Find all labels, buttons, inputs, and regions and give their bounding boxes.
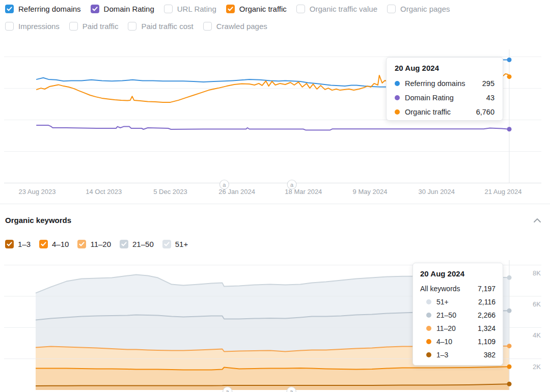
- checkbox-checked-icon[interactable]: [5, 5, 14, 13]
- tooltip-series-label: 21–50: [436, 311, 478, 319]
- tooltip-series-label: 11–20: [436, 324, 478, 332]
- toggle-organic-pages[interactable]: Organic pages: [387, 5, 450, 13]
- tooltip-series-value: 43: [486, 94, 494, 102]
- annotation-a-letter: a: [290, 388, 293, 392]
- y-tick-label: 8K: [533, 269, 541, 277]
- annotation-a-letter: a: [290, 182, 294, 188]
- metric-toggle-row-1: Referring domainsDomain RatingURL Rating…: [5, 5, 450, 13]
- toggle-label: Organic pages: [400, 5, 450, 13]
- tooltip-rows: Referring domains295Domain Rating43Organ…: [395, 76, 494, 119]
- toggle-label: 21–50: [132, 240, 154, 248]
- tooltip-series-label: 4–10: [436, 338, 478, 346]
- checkbox-checked-icon[interactable]: [120, 240, 128, 248]
- series-color-dot: [395, 95, 400, 100]
- checkbox-checked-icon[interactable]: [39, 240, 48, 248]
- keyword-position-filter-row: 1–34–1011–2021–5051+: [5, 240, 188, 248]
- toggle-paid-traffic[interactable]: Paid traffic: [69, 22, 119, 31]
- tooltip-date: 20 Aug 2024: [420, 269, 496, 278]
- series-color-dot: [395, 109, 400, 115]
- x-tick-label: 14 Oct 2023: [86, 188, 122, 195]
- series-endpoint-dot[interactable]: [507, 275, 512, 280]
- toggle-11-20[interactable]: 11–20: [77, 240, 111, 248]
- checkbox-unchecked-icon[interactable]: [164, 5, 173, 13]
- chevron-up-icon: [533, 216, 541, 225]
- checkbox-unchecked-icon[interactable]: [128, 22, 136, 31]
- toggle-organic-traffic-value[interactable]: Organic traffic value: [296, 5, 377, 13]
- x-tick-label: 21 Aug 2024: [484, 188, 521, 195]
- series-endpoint-dot[interactable]: [507, 58, 512, 62]
- y-tick-label: 4K: [533, 331, 541, 339]
- toggle-label: URL Rating: [177, 5, 216, 13]
- tooltip-series-value: 295: [482, 79, 494, 88]
- toggle-paid-traffic-cost[interactable]: Paid traffic cost: [128, 22, 193, 31]
- tooltip-row: 51+2,116: [420, 295, 496, 309]
- tooltip-rows: All keywords7,19751+2,11621–502,26611–20…: [420, 282, 496, 361]
- series-endpoint-dot[interactable]: [507, 309, 512, 313]
- toggle-1-3[interactable]: 1–3: [5, 240, 31, 248]
- checkbox-unchecked-icon[interactable]: [387, 5, 396, 13]
- checkbox-checked-icon[interactable]: [162, 240, 171, 248]
- y-tick-label: 2K: [533, 363, 541, 371]
- series-color-dot: [395, 81, 400, 86]
- checkbox-checked-icon[interactable]: [77, 240, 86, 248]
- checkbox-checked-icon[interactable]: [5, 240, 14, 248]
- collapse-section-button[interactable]: [532, 216, 543, 225]
- series-endpoint-dot[interactable]: [507, 344, 512, 348]
- toggle-url-rating[interactable]: URL Rating: [164, 5, 216, 13]
- tooltip-row: Referring domains295: [395, 76, 494, 91]
- checkbox-checked-icon[interactable]: [91, 5, 99, 13]
- toggle-label: 11–20: [90, 240, 111, 248]
- checkbox-checked-icon[interactable]: [226, 5, 235, 13]
- checkbox-unchecked-icon[interactable]: [5, 22, 14, 31]
- toggle-51+[interactable]: 51+: [162, 240, 188, 248]
- checkbox-unchecked-icon[interactable]: [203, 22, 212, 31]
- tooltip-series-label: Referring domains: [405, 79, 482, 88]
- toggle-label: 1–3: [18, 240, 31, 248]
- toggle-impressions[interactable]: Impressions: [5, 22, 60, 31]
- dashboard-page: 23 Aug 202314 Oct 20235 Dec 202326 Jan 2…: [0, 0, 550, 392]
- series-color-dot: [426, 313, 431, 318]
- toggle-label: 51+: [175, 240, 188, 248]
- tooltip-series-value: 382: [484, 351, 496, 359]
- toggle-label: Organic traffic value: [310, 5, 377, 13]
- tooltip-row: Domain Rating43: [395, 91, 494, 105]
- section-divider: [0, 204, 550, 204]
- tooltip-series-label: 1–3: [436, 351, 484, 359]
- tooltip-series-label: All keywords: [420, 285, 478, 293]
- tooltip-series-value: 7,197: [478, 285, 496, 293]
- metric-toggle-row-2: ImpressionsPaid trafficPaid traffic cost…: [5, 22, 267, 31]
- toggle-4-10[interactable]: 4–10: [39, 240, 69, 248]
- toggle-label: Domain Rating: [104, 5, 154, 13]
- toggle-label: 4–10: [52, 240, 69, 248]
- series-color-dot: [426, 339, 431, 344]
- checkbox-unchecked-icon[interactable]: [296, 5, 305, 13]
- toggle-domain-rating[interactable]: Domain Rating: [91, 5, 154, 13]
- tooltip-date: 20 Aug 2024: [395, 64, 494, 72]
- toggle-referring-domains[interactable]: Referring domains: [5, 5, 81, 13]
- toggle-label: Crawled pages: [216, 22, 267, 31]
- y-tick-label: 6K: [533, 300, 541, 308]
- tooltip-row: 11–201,324: [420, 322, 496, 335]
- x-tick-label: 5 Dec 2023: [153, 188, 187, 195]
- tooltip-series-value: 2,266: [478, 311, 496, 319]
- line-series-domain-rating: [37, 125, 509, 130]
- series-endpoint-dot[interactable]: [507, 365, 512, 369]
- checkbox-unchecked-icon[interactable]: [69, 22, 78, 31]
- toggle-21-50[interactable]: 21–50: [120, 240, 154, 248]
- series-color-dot: [426, 352, 431, 357]
- series-endpoint-dot[interactable]: [507, 382, 512, 386]
- tooltip-series-value: 1,324: [478, 324, 496, 332]
- area-band-4-10: [36, 367, 509, 386]
- toggle-organic-traffic[interactable]: Organic traffic: [226, 5, 287, 13]
- series-endpoint-dot[interactable]: [507, 127, 512, 131]
- toggle-crawled-pages[interactable]: Crawled pages: [203, 22, 267, 31]
- tooltip-row: 1–3382: [420, 348, 496, 361]
- tooltip-row: Organic traffic6,760: [395, 105, 494, 119]
- series-endpoint-dot[interactable]: [507, 74, 512, 79]
- tooltip-series-value: 6,760: [476, 108, 494, 116]
- tooltip-series-value: 2,116: [478, 298, 496, 306]
- tooltip-row: 21–502,266: [420, 309, 496, 322]
- tooltip-series-label: Organic traffic: [405, 108, 476, 116]
- tooltip-row: All keywords7,197: [420, 282, 496, 295]
- keywords-chart-tooltip: 20 Aug 2024 All keywords7,19751+2,11621–…: [413, 263, 503, 366]
